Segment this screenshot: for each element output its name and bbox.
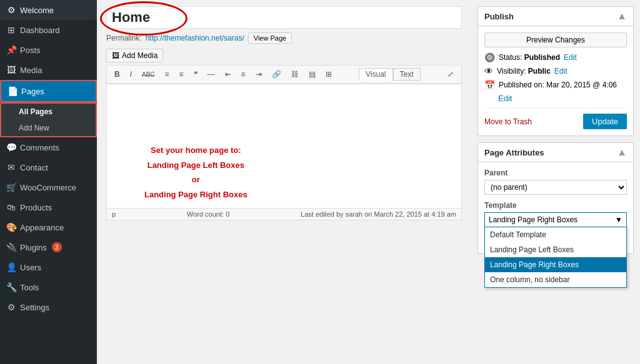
sidebar-item-plugins[interactable]: 🔌 Plugins 3 xyxy=(0,237,97,257)
sidebar-item-posts[interactable]: 📌 Posts xyxy=(0,40,97,60)
products-icon: 🛍 xyxy=(6,202,16,212)
template-option-one-column[interactable]: One column, no sidebar xyxy=(485,272,626,287)
dashboard-icon: ⊞ xyxy=(6,25,16,35)
sidebar-item-products[interactable]: 🛍 Products xyxy=(0,197,97,217)
insert-more-button[interactable]: ▤ xyxy=(305,68,319,81)
italic-button[interactable]: I xyxy=(126,68,136,81)
align-right-button[interactable]: ⇥ xyxy=(252,68,266,81)
appearance-icon: 🎨 xyxy=(6,222,16,232)
permalink-label: Permalink: xyxy=(106,34,142,42)
numbered-list-button[interactable]: ≡ xyxy=(176,68,188,81)
page-attributes-collapse-icon[interactable]: ▲ xyxy=(617,147,627,158)
published-on-label: Published on: Mar 20, 2015 @ 4:06 xyxy=(499,81,617,89)
template-dropdown-arrow: ▼ xyxy=(615,215,622,224)
bullet-list-button[interactable]: ≡ xyxy=(161,68,173,81)
status-icon: 🔘 xyxy=(484,52,495,62)
permalink-bar: Permalink: http://themefashion.net/saras… xyxy=(106,32,462,44)
publish-actions: Move to Trash Update xyxy=(484,108,627,129)
content-area: Permalink: http://themefashion.net/saras… xyxy=(97,0,640,364)
contact-icon: ✉ xyxy=(6,162,16,172)
text-tab[interactable]: Text xyxy=(393,68,421,81)
sidebar-item-all-pages[interactable]: All Pages xyxy=(1,104,96,120)
sidebar-item-users[interactable]: 👤 Users xyxy=(0,257,97,277)
blockquote-button[interactable]: ❝ xyxy=(190,68,201,81)
move-to-trash-link[interactable]: Move to Trash xyxy=(484,117,532,126)
editor-tag: p xyxy=(112,210,116,218)
sidebar-item-appearance[interactable]: 🎨 Appearance xyxy=(0,217,97,237)
status-edit-link[interactable]: Edit xyxy=(564,53,577,62)
woocommerce-icon: 🛒 xyxy=(6,182,16,192)
status-value: Published xyxy=(524,53,560,62)
editor-body[interactable]: Set your home page to: Landing Page Left… xyxy=(106,84,462,209)
visual-text-tabs: Visual Text xyxy=(359,68,420,81)
publish-collapse-icon[interactable]: ▲ xyxy=(617,11,627,22)
sidebar-item-dashboard[interactable]: ⊞ Dashboard xyxy=(0,20,97,40)
add-media-icon: 🖼 xyxy=(112,51,119,60)
users-icon: 👤 xyxy=(6,262,16,272)
parent-select[interactable]: (no parent) xyxy=(484,180,627,195)
published-on-value: Mar 20, 2015 @ 4:06 xyxy=(546,81,617,89)
publish-box: Publish ▲ Preview Changes 🔘 Status: Publ… xyxy=(478,6,634,136)
template-option-left-boxes[interactable]: Landing Page Left Boxes xyxy=(485,242,626,257)
welcome-icon: ⚙ xyxy=(6,5,16,15)
sidebar: ⚙ Welcome ⊞ Dashboard 📌 Posts 🖼 Media 📄 … xyxy=(0,0,97,364)
visibility-label: Visibility: Public xyxy=(497,67,551,76)
update-button[interactable]: Update xyxy=(583,114,627,129)
publish-date-edit-link[interactable]: Edit xyxy=(498,94,512,103)
template-option-right-boxes[interactable]: Landing Page Right Boxes xyxy=(485,257,626,272)
template-select-display[interactable]: Landing Page Right Boxes ▼ xyxy=(484,212,627,227)
sidebar-item-tools[interactable]: 🔧 Tools xyxy=(0,277,97,297)
status-label: Status: Published xyxy=(499,53,560,62)
sidebar-item-welcome[interactable]: ⚙ Welcome xyxy=(0,0,97,20)
template-selected-value: Landing Page Right Boxes xyxy=(489,215,578,224)
sidebar-item-comments[interactable]: 💬 Comments xyxy=(0,137,97,157)
page-attributes-box: Page Attributes ▲ Parent (no parent) Tem… xyxy=(478,142,634,254)
plugins-icon: 🔌 xyxy=(6,242,16,252)
pages-icon: 📄 xyxy=(8,86,18,96)
main-content: Permalink: http://themefashion.net/saras… xyxy=(97,0,640,364)
home-page-instruction: Set your home page to: Landing Page Left… xyxy=(144,143,248,202)
sidebar-item-settings[interactable]: ⚙ Settings xyxy=(0,297,97,317)
publish-box-body: Preview Changes 🔘 Status: Published Edit… xyxy=(478,26,633,135)
permalink-url[interactable]: http://themefashion.net/saras/ xyxy=(146,34,244,42)
visibility-value: Public xyxy=(528,67,551,76)
view-page-button[interactable]: View Page xyxy=(248,32,292,44)
editor-toolbar: B I ABC ≡ ≡ ❝ — ⇤ ≡ ⇥ 🔗 ⛓ ▤ ⊞ Visual Tex… xyxy=(106,65,462,84)
sidebar-item-media[interactable]: 🖼 Media xyxy=(0,60,97,80)
template-label: Template xyxy=(484,201,627,210)
word-count: Word count: 0 xyxy=(187,210,229,218)
parent-label: Parent xyxy=(484,169,627,177)
editor-area: Permalink: http://themefashion.net/saras… xyxy=(97,0,471,364)
add-media-button[interactable]: 🖼 Add Media xyxy=(106,49,163,62)
last-edited: Last edited by sarah on March 22, 2015 a… xyxy=(301,210,456,218)
tools-icon: 🔧 xyxy=(6,282,16,292)
sidebar-item-add-new[interactable]: Add New xyxy=(1,120,96,136)
template-dropdown-container: Landing Page Right Boxes ▼ Default Templ… xyxy=(484,212,627,227)
visibility-edit-link[interactable]: Edit xyxy=(554,67,568,76)
fullscreen-button[interactable]: ⤢ xyxy=(444,68,458,81)
strikethrough-button[interactable]: ABC xyxy=(138,69,159,80)
preview-changes-button[interactable]: Preview Changes xyxy=(484,32,627,47)
sidebar-item-pages[interactable]: 📄 Pages xyxy=(0,80,97,102)
right-panel: Publish ▲ Preview Changes 🔘 Status: Publ… xyxy=(471,0,640,364)
plugins-badge: 3 xyxy=(52,242,62,252)
unlink-button[interactable]: ⛓ xyxy=(288,68,302,81)
hr-button[interactable]: — xyxy=(204,68,219,81)
sidebar-item-contact[interactable]: ✉ Contact xyxy=(0,157,97,177)
publish-box-title: Publish xyxy=(484,12,514,21)
sidebar-item-woocommerce[interactable]: 🛒 WooCommerce xyxy=(0,177,97,197)
page-attributes-body: Parent (no parent) Template Landing Page… xyxy=(478,162,633,253)
media-icon: 🖼 xyxy=(6,65,16,75)
align-center-button[interactable]: ≡ xyxy=(238,68,249,81)
pages-submenu: All Pages Add New xyxy=(0,102,97,137)
visual-tab[interactable]: Visual xyxy=(359,68,392,81)
publish-box-header: Publish ▲ xyxy=(478,7,633,26)
table-button[interactable]: ⊞ xyxy=(322,68,336,81)
link-button[interactable]: 🔗 xyxy=(268,68,285,81)
page-title-input[interactable] xyxy=(106,6,462,29)
template-option-default[interactable]: Default Template xyxy=(485,227,626,242)
settings-icon: ⚙ xyxy=(6,302,16,312)
bold-button[interactable]: B xyxy=(111,68,124,81)
align-left-button[interactable]: ⇤ xyxy=(221,68,235,81)
editor-footer: p Word count: 0 Last edited by sarah on … xyxy=(106,209,462,220)
